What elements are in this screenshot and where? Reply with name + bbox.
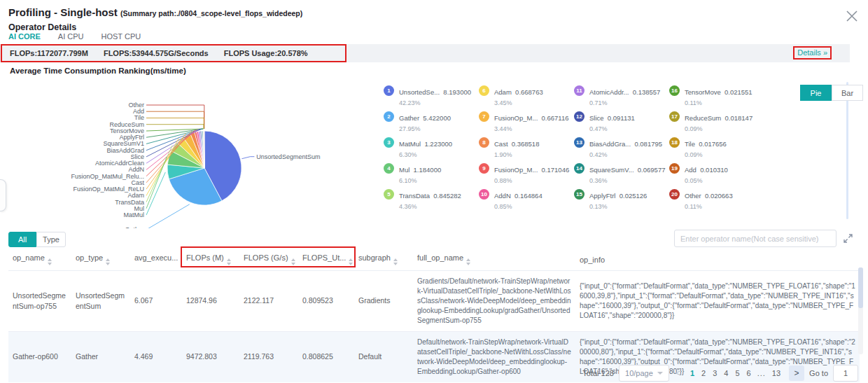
legend-item-10[interactable]: 10AddN 0.1648640.85% — [479, 188, 567, 214]
legend-label: Add 0.010310 — [685, 166, 728, 174]
legend-label: AddN 0.164864 — [494, 192, 542, 200]
page-title: Profiling - Single-host (Summary path:./… — [8, 6, 302, 18]
legend-label: AtomicAddr... 0.138557 — [589, 88, 660, 96]
section-title: Operator Details — [8, 22, 76, 32]
page-number-6[interactable]: 6 — [743, 369, 755, 377]
column-header-subgraph[interactable]: subgraph — [354, 249, 413, 271]
legend-item-15[interactable]: 15ApplyFtrl 0.0251260.13% — [574, 188, 662, 214]
cell-op_info: {"input_0":{"format":"DefaultFormat","da… — [575, 271, 860, 332]
flops-usage: FLOPS Usage:20.578% — [224, 49, 308, 57]
legend-percent: 0.47% — [589, 125, 635, 132]
page-number-2[interactable]: 2 — [698, 369, 709, 377]
page-number-3[interactable]: 3 — [709, 369, 720, 377]
page-number-1[interactable]: 1 — [687, 369, 698, 377]
page-number-5[interactable]: 5 — [732, 369, 743, 377]
goto-label: Go to — [809, 369, 828, 377]
legend-rank-badge: 17 — [669, 111, 680, 122]
column-header-flops-m-[interactable]: FLOPs (M) — [182, 249, 239, 271]
chevron-down-icon — [657, 372, 663, 375]
operator-table: op_nameop_typeavg_execu...FLOPs (M)FLOPS… — [8, 249, 860, 382]
filter-type-button[interactable]: Type — [36, 232, 66, 247]
flops-summary-bar: FLOPs:1172077.799M FLOPS:53944.575G/Seco… — [0, 44, 850, 62]
legend-item-14[interactable]: 14SquareSumV... 0.0695770.36% — [574, 162, 662, 188]
cell-flops_gs: 2119.763 — [239, 332, 298, 383]
sort-icon[interactable] — [227, 258, 231, 265]
legend-item-5[interactable]: 5TransData 0.8452824.36% — [384, 188, 472, 214]
pie-toggle-button[interactable]: Pie — [800, 85, 832, 101]
legend-item-6[interactable]: 6Adam 0.6687633.45% — [479, 85, 567, 111]
panel-collapse-handle[interactable] — [0, 179, 6, 211]
sort-icon[interactable] — [349, 258, 353, 265]
column-header-op-info: op_info — [575, 249, 860, 271]
legend-item-13[interactable]: 13BiasAddGra... 0.0817950.42% — [574, 137, 662, 162]
legend-rank-badge: 9 — [479, 163, 489, 174]
legend-item-18[interactable]: 18Tile 0.0176560.09% — [669, 137, 757, 162]
legend-item-20[interactable]: 20Other 0.0206630.11% — [669, 188, 757, 214]
close-icon[interactable] — [844, 8, 860, 24]
chart-legend: 1UnsortedSe... 8.19300042.23%2Gather 5.4… — [384, 85, 757, 214]
legend-scrollbar[interactable] — [846, 82, 848, 219]
legend-percent: 0.85% — [494, 203, 542, 210]
legend-percent: 0.09% — [685, 151, 727, 158]
sort-icon[interactable] — [466, 258, 470, 265]
page-number-4[interactable]: 4 — [720, 369, 732, 377]
prev-page-button[interactable]: < — [674, 368, 682, 378]
legend-item-9[interactable]: 9FusionOp_M... 0.1710460.88% — [479, 162, 567, 188]
legend-percent: 6.10% — [399, 177, 441, 184]
pie-leader-line — [146, 204, 190, 228]
legend-label: Slice 0.091131 — [589, 114, 635, 122]
sort-icon[interactable] — [48, 258, 52, 265]
legend-item-3[interactable]: 3MatMul 1.2230006.30% — [384, 137, 472, 162]
goto-page-input[interactable] — [833, 365, 858, 382]
legend-percent: 42.23% — [399, 99, 471, 106]
next-page-button[interactable]: > — [789, 365, 804, 381]
legend-percent: 3.44% — [494, 125, 569, 132]
legend-percent: 0.42% — [589, 151, 662, 158]
pie-label: Gather — [125, 226, 144, 228]
column-header-op-name[interactable]: op_name — [8, 249, 71, 271]
legend-item-17[interactable]: 17ReduceSum 0.0181470.09% — [669, 111, 757, 137]
legend-percent: 0.88% — [494, 177, 569, 184]
sort-icon[interactable] — [393, 258, 398, 265]
legend-label: MatMul 1.223000 — [399, 140, 452, 148]
legend-percent: 0.09% — [685, 125, 752, 132]
page-size-select[interactable]: 10/page — [619, 365, 669, 382]
legend-rank-badge: 18 — [669, 137, 680, 148]
search-input[interactable] — [674, 230, 836, 247]
legend-item-7[interactable]: 7FusionOp_M... 0.6671163.44% — [479, 111, 567, 137]
legend-label: TransData 0.845282 — [399, 192, 461, 200]
legend-label: FusionOp_M... 0.171046 — [494, 166, 569, 174]
table-row[interactable]: UnsortedSegmentSum-op755UnsortedSegmentS… — [8, 271, 860, 332]
summary-path: (Summary path:./0804_scope-level_flops_w… — [120, 9, 302, 18]
details-link[interactable]: Details » — [793, 46, 832, 60]
legend-label: ApplyFtrl 0.025126 — [589, 192, 647, 200]
cell-avg_execution_time: 4.469 — [130, 332, 182, 383]
legend-percent: 27.95% — [399, 125, 451, 132]
column-header-flops-g-s-[interactable]: FLOPS (G/s) — [239, 249, 298, 271]
page-number-13[interactable]: 13 — [769, 369, 784, 377]
flops-per-second: FLOPS:53944.575G/Seconds — [104, 49, 209, 57]
column-header-avg-execu-[interactable]: avg_execu... — [130, 249, 182, 271]
bar-toggle-button[interactable]: Bar — [832, 85, 863, 101]
sort-icon[interactable] — [291, 258, 295, 265]
legend-item-11[interactable]: 11AtomicAddr... 0.1385570.71% — [574, 85, 662, 111]
table-scrollbar-thumb[interactable] — [858, 267, 863, 308]
column-header-full-op-name[interactable]: full_op_name — [413, 249, 575, 271]
legend-item-8[interactable]: 8Cast 0.3685181.90% — [479, 137, 567, 162]
legend-item-16[interactable]: 16TensorMove 0.0215510.11% — [669, 85, 757, 111]
sort-icon[interactable] — [106, 258, 110, 265]
legend-item-1[interactable]: 1UnsortedSe... 8.19300042.23% — [384, 85, 472, 111]
column-header-flops-ut-[interactable]: FLOPS_Ut... — [298, 249, 354, 271]
cell-op_type: Gather — [71, 332, 130, 383]
column-header-op-type[interactable]: op_type — [71, 249, 130, 271]
legend-item-12[interactable]: 12Slice 0.0911310.47% — [574, 111, 662, 137]
expand-fullscreen-icon[interactable] — [844, 233, 853, 246]
pie-chart[interactable]: OtherAddTileReduceSumTensorMoveApplyFtrl… — [0, 79, 378, 228]
legend-item-19[interactable]: 19Add 0.0103100.05% — [669, 162, 757, 188]
legend-rank-badge: 1 — [384, 85, 394, 96]
legend-item-4[interactable]: 4Mul 1.1840006.10% — [384, 162, 472, 188]
legend-item-2[interactable]: 2Gather 5.42200027.95% — [384, 111, 472, 137]
filter-all-button[interactable]: All — [8, 232, 36, 247]
sort-icon[interactable] — [181, 258, 182, 265]
page-ellipsis[interactable]: ... — [755, 369, 769, 377]
